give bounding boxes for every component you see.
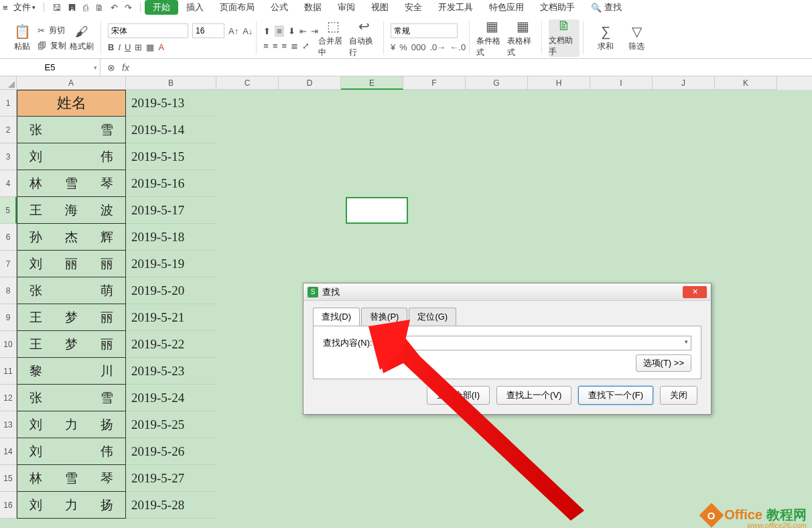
date-cell[interactable]: 2019-5-15 <box>126 143 216 170</box>
table-header-cell[interactable]: 姓名 <box>17 90 126 117</box>
align-bottom-icon[interactable]: ⬇ <box>288 26 295 36</box>
column-header[interactable]: G <box>466 76 528 90</box>
date-cell[interactable]: 2019-5-24 <box>126 385 216 411</box>
redo-icon[interactable]: ↷ <box>125 3 132 13</box>
align-left-icon[interactable]: ≡ <box>263 41 269 51</box>
row-header[interactable]: 5 <box>0 197 17 224</box>
number-format-select[interactable] <box>391 23 458 38</box>
date-cell[interactable]: 2019-5-14 <box>126 117 216 143</box>
column-header[interactable]: D <box>279 76 341 90</box>
doc-helper-button[interactable]: 🗎 文档助手 <box>549 19 580 57</box>
ribbon-tab[interactable]: 特色应用 <box>481 0 532 15</box>
dec-decimal-icon[interactable]: ←.0 <box>450 42 466 52</box>
column-header[interactable]: A <box>17 76 126 90</box>
ribbon-tab[interactable]: 页面布局 <box>212 0 263 15</box>
cancel-icon[interactable]: ⊗ <box>107 62 115 73</box>
search-box[interactable]: 🔍 查找 <box>591 1 622 13</box>
italic-icon[interactable]: I <box>118 42 121 52</box>
sum-button[interactable]: ∑ 求和 <box>590 19 621 57</box>
align-center-icon[interactable]: ≡ <box>273 41 278 51</box>
date-cell[interactable]: 2019-5-25 <box>126 411 216 438</box>
date-cell[interactable]: 2019-5-16 <box>126 170 216 197</box>
fill-color-icon[interactable]: ▦ <box>146 42 154 52</box>
date-cell[interactable]: 2019-5-18 <box>126 224 216 251</box>
grow-font-icon[interactable]: A↑ <box>228 26 239 36</box>
ribbon-tab[interactable]: 数据 <box>296 0 330 15</box>
row-header[interactable]: 13 <box>0 411 17 438</box>
dialog-titlebar[interactable]: S 查找 ✕ <box>303 283 711 301</box>
formula-input[interactable] <box>136 59 812 76</box>
spreadsheet-grid[interactable]: ABCDEFGHIJK 1姓名2019-5-132张雪2019-5-143刘伟2… <box>0 76 812 528</box>
row-header[interactable]: 14 <box>0 438 17 465</box>
undo-icon[interactable]: ↶ <box>111 3 118 13</box>
dialog-button[interactable]: 查找全部(I) <box>427 386 490 405</box>
orientation-icon[interactable]: ⤢ <box>302 41 310 51</box>
hamburger-icon[interactable]: ≡ <box>3 3 8 13</box>
fx-icon[interactable]: fx <box>122 62 129 73</box>
comma-icon[interactable]: 000 <box>411 42 426 52</box>
name-cell[interactable]: 王梦丽 <box>17 304 126 331</box>
dialog-tab[interactable]: 查找(D) <box>313 308 360 326</box>
wrap-text-button[interactable]: ↩ 自动换行 <box>349 19 380 57</box>
column-header[interactable]: H <box>528 76 590 90</box>
ribbon-tab[interactable]: 开发工具 <box>430 0 481 15</box>
row-header[interactable]: 9 <box>0 304 17 331</box>
name-cell[interactable]: 刘伟 <box>17 143 126 170</box>
name-cell[interactable]: 王梦丽 <box>17 331 126 358</box>
currency-icon[interactable]: ¥ <box>391 42 395 52</box>
row-header[interactable]: 16 <box>0 492 17 519</box>
shrink-font-icon[interactable]: A↓ <box>243 26 253 36</box>
find-content-input[interactable]: ▾ <box>378 336 691 350</box>
name-cell[interactable]: 王海波 <box>17 197 126 224</box>
date-cell[interactable]: 2019-5-21 <box>126 304 216 331</box>
ribbon-tab[interactable]: 审阅 <box>330 0 363 15</box>
copy-icon[interactable]: 🗐 <box>38 41 46 51</box>
date-cell[interactable]: 2019-5-19 <box>126 251 216 277</box>
ribbon-tab[interactable]: 开始 <box>145 0 178 15</box>
align-right-icon[interactable]: ≡ <box>282 41 287 51</box>
align-middle-icon[interactable]: ≡ <box>275 25 284 37</box>
save-icon[interactable]: 🖫 <box>52 3 61 13</box>
paste-button[interactable]: 📋 粘贴 <box>7 19 38 57</box>
row-header[interactable]: 6 <box>0 224 17 251</box>
row-header[interactable]: 12 <box>0 385 17 411</box>
name-cell[interactable]: 刘力扬 <box>17 492 126 519</box>
dialog-button[interactable]: 查找上一个(V) <box>496 386 571 405</box>
print-preview-icon[interactable]: 🗎 <box>95 3 104 13</box>
ribbon-tab[interactable]: 文档助手 <box>532 0 583 15</box>
row-header[interactable]: 1 <box>0 90 17 117</box>
align-justify-icon[interactable]: ≣ <box>291 41 298 51</box>
date-cell[interactable]: 2019-5-17 <box>126 197 216 224</box>
name-cell[interactable]: 刘丽丽 <box>17 251 126 277</box>
column-header[interactable]: E <box>341 76 403 90</box>
row-header[interactable]: 7 <box>0 251 17 277</box>
cut-icon[interactable]: ✂ <box>38 25 45 36</box>
row-header[interactable]: 10 <box>0 331 17 358</box>
column-header[interactable]: I <box>590 76 653 90</box>
column-header[interactable]: K <box>715 76 777 90</box>
bold-icon[interactable]: B <box>108 42 114 52</box>
options-button[interactable]: 选项(T) >> <box>636 354 691 372</box>
column-header[interactable]: C <box>216 76 279 90</box>
dialog-button[interactable]: 查找下一个(F) <box>578 386 653 405</box>
row-header[interactable]: 11 <box>0 358 17 385</box>
name-cell[interactable]: 张雪 <box>17 117 126 143</box>
row-header[interactable]: 3 <box>0 143 17 170</box>
name-box[interactable]: E5 ▾ <box>0 59 100 76</box>
filter-button[interactable]: ▽ 筛选 <box>621 19 652 57</box>
name-cell[interactable]: 刘伟 <box>17 438 126 465</box>
row-header[interactable]: 15 <box>0 465 17 492</box>
percent-icon[interactable]: % <box>399 42 407 52</box>
indent-inc-icon[interactable]: ⇥ <box>311 26 318 36</box>
row-header[interactable]: 4 <box>0 170 17 197</box>
row-header[interactable]: 2 <box>0 117 17 143</box>
dialog-tab[interactable]: 定位(G) <box>409 308 456 326</box>
dialog-button[interactable]: 关闭 <box>660 386 697 405</box>
merge-center-button[interactable]: ⬚ 合并居中 <box>318 19 349 57</box>
file-menu[interactable]: 文件 ▾ <box>9 1 40 13</box>
underline-icon[interactable]: U <box>125 42 131 52</box>
format-painter-button[interactable]: 🖌 格式刷 <box>66 19 97 57</box>
name-cell[interactable]: 张雪 <box>17 385 126 411</box>
date-cell[interactable]: 2019-5-26 <box>126 438 216 465</box>
date-cell[interactable]: 2019-5-27 <box>126 465 216 492</box>
